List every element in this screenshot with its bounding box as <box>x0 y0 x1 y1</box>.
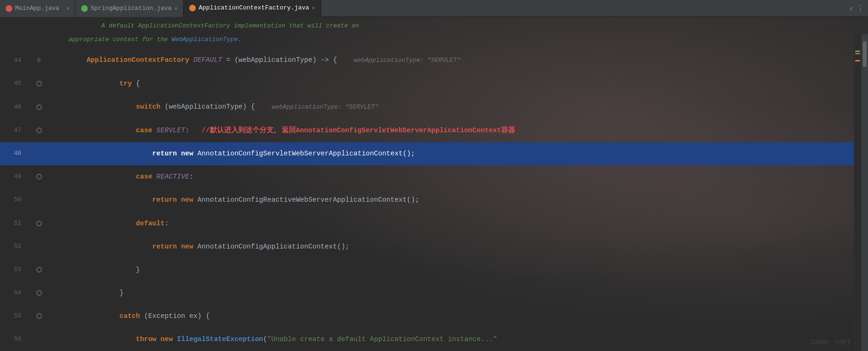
line-num-46: 46 <box>0 101 26 114</box>
tab-main[interactable]: MainApp.java ✕ <box>0 0 75 17</box>
editor-container: A default ApplicationContextFactory impl… <box>0 17 868 351</box>
gutter-49 <box>26 174 52 180</box>
gutter-44: @ <box>26 57 52 64</box>
tab-icon-main <box>6 5 12 12</box>
tab-close-factory[interactable]: ✕ <box>312 5 315 11</box>
scrollbar-thumb[interactable] <box>863 41 867 67</box>
tab-icon-spring <box>81 5 88 12</box>
line-num-54: 54 <box>0 286 26 300</box>
csdn-watermark: CSDN@~ 小团子 <box>811 338 851 346</box>
gutter-47 <box>26 128 52 133</box>
scrollbar-track[interactable] <box>861 34 868 351</box>
more-tabs-button[interactable]: ⋮ <box>853 4 868 13</box>
line-num-48: 48 <box>0 147 26 160</box>
gutter-51 <box>26 221 52 226</box>
line-num-51: 51 <box>0 217 26 230</box>
code-56: throw new IllegalStateException("Unable … <box>52 319 868 351</box>
tab-bar: MainApp.java ✕ SpringApplication.java ✕ … <box>0 0 868 17</box>
minimap-marker-2 <box>855 53 860 54</box>
line-num-55: 55 <box>0 309 26 323</box>
tab-spring[interactable]: SpringApplication.java ✕ <box>75 0 184 17</box>
line-num-53: 53 <box>0 263 26 276</box>
line-num-49: 49 <box>0 170 26 183</box>
minimap-marker-3 <box>855 60 860 61</box>
tab-label-spring: SpringApplication.java <box>91 5 172 12</box>
gutter-46 <box>26 104 52 110</box>
tab-close-spring[interactable]: ✕ <box>175 5 178 11</box>
line-num-56: 56 <box>0 333 26 346</box>
line-num-44: 44 <box>0 54 26 67</box>
line-num-52: 52 <box>0 240 26 253</box>
gutter-55 <box>26 313 52 319</box>
minimap-errors <box>854 34 861 351</box>
tab-label-factory: ApplicationContextFactory.java <box>199 4 309 11</box>
line-num-47: 47 <box>0 124 26 137</box>
gutter-53 <box>26 267 52 273</box>
minimap-marker-1 <box>855 51 860 52</box>
line-56: 56 throw new IllegalStateException("Unab… <box>0 328 868 351</box>
tab-factory[interactable]: ApplicationContextFactory.java ✕ <box>184 0 321 17</box>
tab-icon-factory <box>189 5 196 11</box>
gutter-45 <box>26 81 52 86</box>
line-num-45: 45 <box>0 77 26 90</box>
tab-close-main[interactable]: ✕ <box>66 5 69 11</box>
check-mark: ✓ <box>849 4 854 13</box>
gutter-54 <box>26 290 52 296</box>
line-num-50: 50 <box>0 193 26 206</box>
tab-label-main: MainApp.java <box>15 5 59 12</box>
editor: A default ApplicationContextFactory impl… <box>0 17 868 351</box>
